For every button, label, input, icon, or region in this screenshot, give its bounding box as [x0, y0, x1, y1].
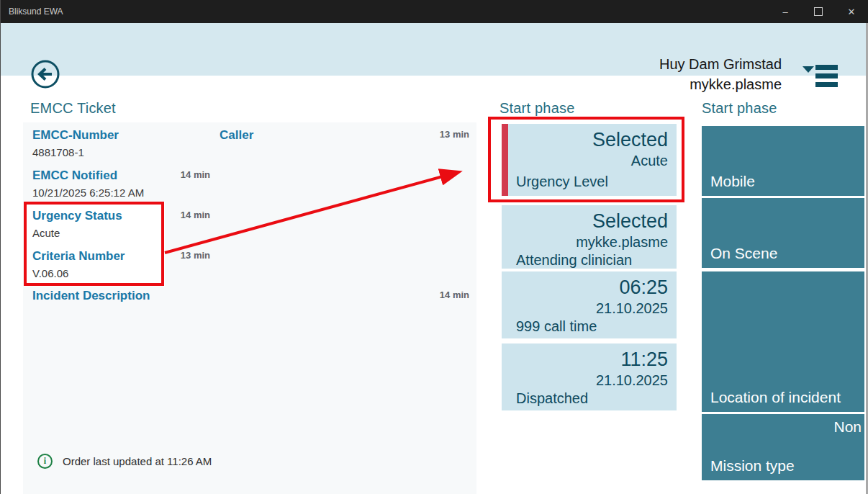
user-name: Huy Dam Grimstad — [659, 54, 782, 74]
field-urgency-status[interactable]: Urgency Status Acute — [32, 208, 122, 241]
field-caller[interactable]: Caller — [220, 127, 253, 145]
close-button[interactable]: ✕ — [835, 0, 868, 23]
ticket-section-title: EMCC Ticket — [30, 100, 116, 117]
menu-button[interactable] — [803, 65, 838, 89]
maximize-icon — [814, 7, 823, 16]
order-updated-row: i Order last updated at 11:26 AM — [37, 454, 212, 469]
titlebar: Bliksund EWA – ✕ — [0, 0, 868, 23]
emcc-ticket-panel: EMCC-Number 4881708-1 Caller 13 min EMCC… — [23, 122, 476, 494]
field-incident-description-time: 14 min — [397, 289, 469, 300]
info-icon: i — [37, 454, 53, 469]
minimize-button[interactable]: – — [769, 0, 802, 23]
field-criteria-number[interactable]: Criteria Number V.06.06 — [32, 248, 125, 282]
field-incident-description[interactable]: Incident Description — [32, 288, 150, 305]
field-caller-time: 13 min — [397, 129, 469, 140]
field-urgency-status-time: 14 min — [138, 210, 210, 220]
hamburger-menu-icon — [815, 65, 838, 91]
minimize-icon: – — [782, 6, 787, 17]
field-emcc-notified[interactable]: EMCC Notified 10/21/2025 6:25:12 AM — [32, 168, 144, 201]
card-mission-type[interactable]: Non Mission type — [702, 414, 864, 480]
card-mobile[interactable]: Mobile — [702, 126, 864, 196]
card-on-scene[interactable]: On Scene — [702, 198, 864, 268]
window-border-left — [0, 0, 1, 494]
field-emcc-notified-time: 14 min — [138, 169, 210, 180]
selected-indicator-bar — [502, 124, 508, 196]
start-phase-selected-title: Start phase — [499, 100, 575, 117]
card-999-call-time[interactable]: 06:25 21.10.2025 999 call time — [502, 271, 677, 338]
card-location-of-incident[interactable]: Location of incident — [702, 271, 864, 412]
chevron-down-icon — [803, 66, 814, 73]
window-title: Bliksund EWA — [0, 6, 63, 17]
window-controls: – ✕ — [769, 0, 868, 23]
start-phase-pending-title: Start phase — [702, 100, 777, 117]
user-info[interactable]: Huy Dam Grimstad mykke.plasme — [659, 54, 782, 94]
order-updated-text: Order last updated at 11:26 AM — [63, 455, 212, 467]
field-emcc-number[interactable]: EMCC-Number 4881708-1 — [32, 127, 119, 161]
back-button[interactable] — [30, 59, 60, 89]
card-urgency-level[interactable]: Selected Acute Urgency Level — [502, 124, 677, 196]
close-icon: ✕ — [848, 6, 856, 17]
card-attending-clinician[interactable]: Selected mykke.plasme Attending clinicia… — [502, 205, 677, 269]
app-header: Huy Dam Grimstad mykke.plasme — [0, 23, 868, 76]
user-id: mykke.plasme — [659, 74, 782, 94]
arrow-left-icon — [30, 59, 60, 89]
field-criteria-number-time: 13 min — [138, 250, 210, 261]
card-dispatched[interactable]: 11:25 21.10.2025 Dispatched — [502, 343, 677, 410]
maximize-button[interactable] — [802, 0, 835, 23]
